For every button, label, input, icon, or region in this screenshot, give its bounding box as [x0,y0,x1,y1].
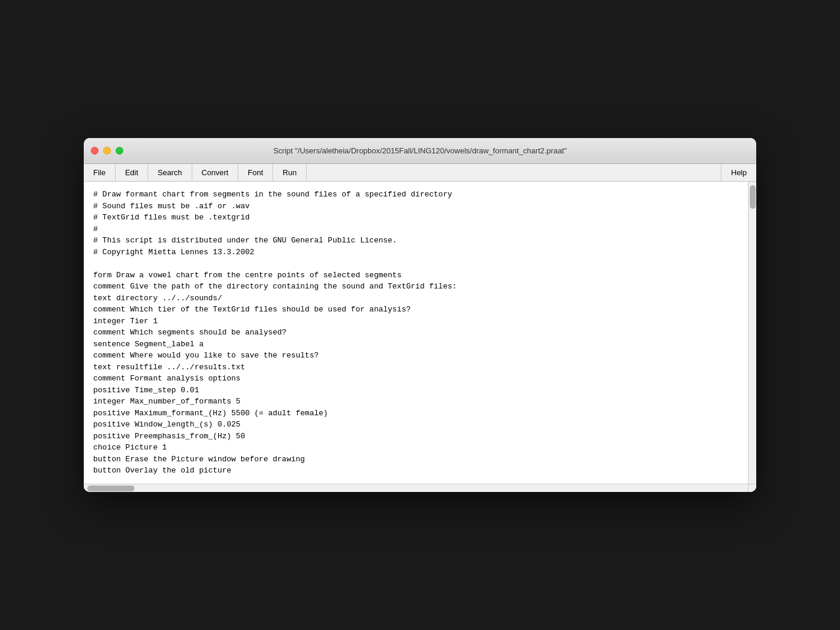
menu-help[interactable]: Help [721,164,756,181]
vertical-scrollbar[interactable] [748,182,756,484]
menu-edit[interactable]: Edit [116,164,148,181]
window-title: Script "/Users/aletheia/Dropbox/2015Fall… [273,146,567,155]
main-window: Script "/Users/aletheia/Dropbox/2015Fall… [84,138,756,492]
menu-font[interactable]: Font [238,164,273,181]
menu-convert[interactable]: Convert [192,164,239,181]
menu-search[interactable]: Search [148,164,192,181]
scrollbar-corner [748,484,756,492]
traffic-lights [91,147,123,155]
titlebar: Script "/Users/aletheia/Dropbox/2015Fall… [84,138,756,164]
content-area: # Draw formant chart from segments in th… [84,182,756,484]
code-editor[interactable]: # Draw formant chart from segments in th… [84,182,748,484]
menubar: File Edit Search Convert Font Run Help [84,164,756,182]
bottom-bar [84,484,756,492]
maximize-button[interactable] [116,147,123,155]
scrollbar-thumb[interactable] [750,185,756,209]
menu-file[interactable]: File [84,164,116,181]
minimize-button[interactable] [103,147,111,155]
horizontal-scrollbar-thumb[interactable] [87,485,134,491]
menu-run[interactable]: Run [273,164,307,181]
close-button[interactable] [91,147,99,155]
